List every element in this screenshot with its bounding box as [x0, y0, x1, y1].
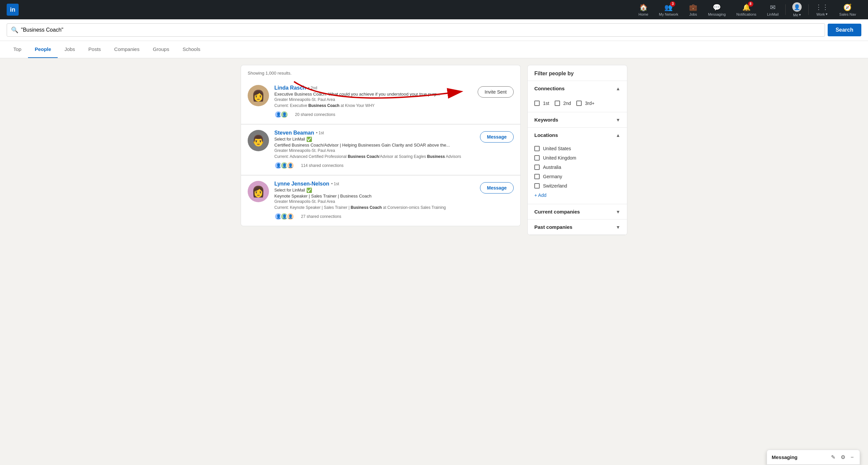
messaging-popup-title: Messaging — [772, 454, 798, 460]
shared-connections-linda: 👤 👤 20 shared connections — [274, 110, 514, 119]
jobs-icon: 💼 — [689, 3, 698, 11]
nav-my-network[interactable]: 👥 3 My Network — [654, 0, 684, 19]
card-action-steven: Message — [480, 131, 514, 142]
messaging-popup: Messaging ✎ ⚙ − — [767, 450, 860, 465]
nav-linmail[interactable]: ✉ LinMail — [762, 0, 784, 19]
label-ch: Switzerland — [543, 183, 567, 189]
search-input-wrapper: 🔍 — [7, 23, 825, 37]
message-button-steven[interactable]: Message — [480, 131, 514, 142]
nav-jobs[interactable]: 💼 Jobs — [684, 0, 703, 19]
linkedin-logo[interactable]: in — [7, 4, 19, 15]
nav-notifications[interactable]: 🔔 8 Notifications — [731, 0, 762, 19]
filter-current-companies-header[interactable]: Current companies ▼ — [528, 204, 627, 219]
label-1st: 1st — [543, 101, 549, 106]
avatar-steven-beaman[interactable]: 👨 — [248, 130, 269, 151]
person-name-steven[interactable]: Steven Beaman • 1st — [274, 130, 514, 136]
filter-current-companies-title: Current companies — [534, 209, 580, 214]
filter-row-1st: 1st — [534, 99, 549, 108]
nav-work[interactable]: ⋮⋮ Work ▾ — [810, 0, 834, 19]
shared-avatar-2: 👤 — [280, 110, 288, 119]
person-card-linda-rasch: 👩 Linda Rasch • 2nd Executive Business C… — [241, 79, 521, 124]
filter-connections-header[interactable]: Connections ▲ — [528, 81, 627, 96]
location-linda: Greater Minneapolis-St. Paul Area — [274, 97, 514, 102]
locations-options: United States United Kingdom Australia G… — [528, 142, 627, 204]
nav-sales-nav[interactable]: 🧭 Sales Nav — [834, 0, 861, 19]
message-button-lynne[interactable]: Message — [480, 182, 514, 194]
search-button[interactable]: Search — [828, 24, 861, 36]
work-icon: ⋮⋮ — [815, 3, 829, 11]
label-uk: United Kingdom — [543, 155, 576, 161]
select-linmail-lynne: Select for LinMail ✅ — [274, 188, 514, 193]
nav-home[interactable]: 🏠 Home — [633, 0, 653, 19]
checkbox-ch[interactable] — [534, 183, 540, 189]
nav-divider-2 — [808, 4, 809, 15]
invite-sent-button[interactable]: Invite Sent — [478, 86, 514, 98]
connection-badge-linda: • 2nd — [308, 86, 317, 90]
messaging-popup-header: Messaging ✎ ⚙ − — [767, 450, 860, 465]
current-lynne: Current: Keynote Speaker | Sales Trainer… — [274, 205, 514, 210]
checkbox-uk[interactable] — [534, 155, 540, 161]
current-steven: Current: Advanced Certified Professional… — [274, 154, 514, 159]
filter-row-au: Australia — [534, 163, 620, 172]
shared-count-linda: 20 shared connections — [295, 112, 335, 117]
shared-avatar-l3: 👤 — [286, 212, 294, 221]
tab-people[interactable]: People — [28, 41, 58, 58]
tab-jobs[interactable]: Jobs — [58, 41, 82, 58]
checkbox-2nd[interactable] — [555, 101, 560, 106]
person-info-lynne: Lynne Jensen-Nelson • 1st Select for Lin… — [274, 181, 514, 221]
filter-locations-header[interactable]: Locations ▲ — [528, 128, 627, 142]
filter-keywords-title: Keywords — [534, 117, 558, 123]
tab-schools[interactable]: Schools — [176, 41, 207, 58]
checkbox-de[interactable] — [534, 174, 540, 179]
filter-locations-section: Locations ▲ United States United Kingdom… — [528, 128, 627, 204]
person-card-steven-beaman: 👨 Steven Beaman • 1st Select for LinMail… — [241, 124, 521, 175]
messaging-edit-button[interactable]: ✎ — [830, 453, 837, 461]
nav-messaging-label: Messaging — [708, 12, 726, 16]
nav-notifications-label: Notifications — [736, 12, 756, 16]
filter-connections-title: Connections — [534, 86, 565, 91]
checkbox-us[interactable] — [534, 146, 540, 151]
nav-sales-nav-label: Sales Nav — [839, 12, 856, 16]
shared-avatars-steven: 👤 👤 👤 — [274, 162, 294, 170]
messaging-minimize-button[interactable]: − — [849, 454, 855, 461]
label-au: Australia — [543, 165, 561, 170]
nav-messaging[interactable]: 💬 Messaging — [703, 0, 731, 19]
shared-connections-lynne: 👤 👤 👤 27 shared connections — [274, 212, 514, 221]
search-tabs: Top People Jobs Posts Companies Groups S… — [0, 41, 868, 58]
checkbox-1st[interactable] — [534, 101, 540, 106]
sales-nav-icon: 🧭 — [843, 3, 852, 11]
shared-avatars-linda: 👤 👤 — [274, 110, 288, 119]
nav-me[interactable]: 👤 Me ▾ — [787, 0, 807, 19]
my-network-badge: 3 — [670, 1, 675, 7]
filter-row-3rd: 3rd+ — [576, 99, 594, 108]
label-us: United States — [543, 146, 571, 151]
nav-linmail-label: LinMail — [767, 12, 779, 16]
tab-posts[interactable]: Posts — [82, 41, 108, 58]
filter-row-2nd: 2nd — [555, 99, 571, 108]
home-icon: 🏠 — [639, 3, 648, 11]
connections-options: 1st 2nd 3rd+ — [528, 96, 627, 112]
add-location-button[interactable]: + Add — [534, 191, 620, 200]
my-network-icon: 👥 3 — [664, 3, 673, 11]
filter-row-uk: United Kingdom — [534, 153, 620, 163]
current-linda: Current: Executive Business Coach at Kno… — [274, 103, 514, 108]
filter-keywords-header[interactable]: Keywords ▼ — [528, 112, 627, 127]
settings-icon: ⚙ — [841, 454, 845, 460]
checkbox-au[interactable] — [534, 165, 540, 170]
label-2nd: 2nd — [563, 101, 571, 106]
messaging-settings-button[interactable]: ⚙ — [839, 453, 847, 461]
avatar-lynne[interactable]: 👩 — [248, 181, 269, 202]
tab-companies[interactable]: Companies — [108, 41, 146, 58]
tab-groups[interactable]: Groups — [146, 41, 176, 58]
navbar: in 🏠 Home 👥 3 My Network 💼 Jobs 💬 Messag… — [0, 0, 868, 19]
connections-chevron-up-icon: ▲ — [616, 86, 620, 91]
tab-top[interactable]: Top — [7, 41, 28, 58]
filter-past-companies-header[interactable]: Past companies ▼ — [528, 220, 627, 234]
avatar-linda-rasch[interactable]: 👩 — [248, 85, 269, 106]
filter-connections-section: Connections ▲ 1st 2nd 3rd+ — [528, 81, 627, 112]
search-input[interactable] — [21, 27, 821, 33]
filter-past-companies-section: Past companies ▼ — [528, 220, 627, 235]
filter-locations-title: Locations — [534, 132, 558, 138]
person-name-lynne[interactable]: Lynne Jensen-Nelson • 1st — [274, 181, 514, 187]
checkbox-3rd[interactable] — [576, 101, 582, 106]
